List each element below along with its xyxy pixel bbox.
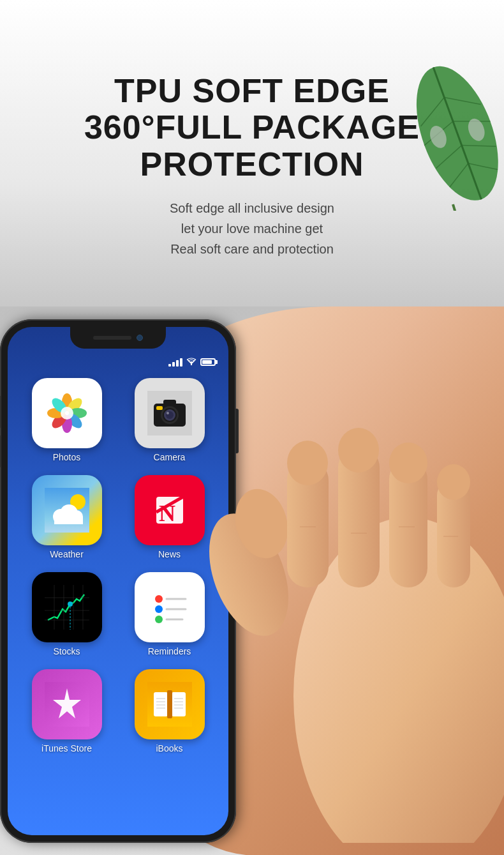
phone-outer: Photos bbox=[0, 319, 236, 843]
svg-point-80 bbox=[338, 428, 379, 473]
leaf-decoration bbox=[402, 32, 504, 211]
ibooks-app-icon bbox=[135, 669, 205, 739]
front-camera bbox=[137, 335, 143, 341]
itunes-label: iTunes Store bbox=[41, 743, 92, 753]
app-camera[interactable]: Camera bbox=[123, 378, 216, 462]
camera-label: Camera bbox=[154, 452, 186, 462]
phone-screen: Photos bbox=[8, 327, 228, 835]
wifi-icon bbox=[186, 357, 196, 367]
svg-point-32 bbox=[167, 412, 169, 414]
notch bbox=[70, 327, 166, 349]
app-stocks[interactable]: Stocks bbox=[20, 572, 113, 656]
app-itunes[interactable]: iTunes Store bbox=[20, 669, 113, 753]
svg-point-58 bbox=[155, 616, 163, 623]
svg-rect-64 bbox=[172, 692, 186, 716]
status-icons bbox=[168, 357, 216, 367]
speaker bbox=[93, 336, 131, 340]
reminders-app-icon bbox=[135, 572, 205, 642]
stocks-app-icon bbox=[32, 572, 102, 642]
svg-rect-38 bbox=[54, 517, 83, 524]
news-label: News bbox=[158, 549, 181, 559]
svg-point-56 bbox=[155, 605, 163, 613]
heading-tpu: TPU SOFT EDGE bbox=[114, 73, 390, 109]
status-bar bbox=[8, 352, 228, 372]
svg-point-23 bbox=[61, 407, 73, 420]
app-photos[interactable]: Photos bbox=[20, 378, 113, 462]
svg-point-51 bbox=[68, 602, 73, 607]
volume-down-button bbox=[0, 435, 1, 467]
app-grid: Photos bbox=[18, 378, 218, 753]
svg-point-82 bbox=[389, 443, 427, 483]
stocks-label: Stocks bbox=[53, 646, 80, 656]
weather-label: Weather bbox=[50, 549, 84, 559]
top-section: TPU SOFT EDGE 360°FULL PACKAGE PROTECTIO… bbox=[0, 0, 504, 306]
phone-frame: Photos bbox=[0, 319, 236, 843]
svg-point-13 bbox=[191, 364, 192, 365]
battery-icon bbox=[200, 358, 216, 366]
svg-rect-31 bbox=[163, 400, 176, 405]
photos-icon bbox=[32, 378, 102, 448]
svg-rect-65 bbox=[167, 690, 172, 718]
svg-rect-53 bbox=[147, 585, 192, 630]
weather-app-icon bbox=[32, 475, 102, 545]
app-ibooks[interactable]: iBooks bbox=[123, 669, 216, 753]
subtitle: Soft edge all inclusive design let your … bbox=[170, 198, 334, 259]
app-weather[interactable]: Weather bbox=[20, 475, 113, 559]
camera-icon bbox=[135, 378, 205, 448]
news-app-icon: N bbox=[135, 475, 205, 545]
svg-point-78 bbox=[287, 441, 328, 485]
itunes-app-icon bbox=[32, 669, 102, 739]
app-news[interactable]: N News bbox=[123, 475, 216, 559]
app-reminders[interactable]: Reminders bbox=[123, 572, 216, 656]
volume-up-button bbox=[0, 396, 1, 428]
svg-point-0 bbox=[402, 56, 504, 211]
svg-line-12 bbox=[453, 204, 463, 211]
reminders-label: Reminders bbox=[148, 646, 191, 656]
svg-rect-43 bbox=[45, 585, 89, 630]
phone-section: Photos bbox=[0, 306, 504, 855]
hand-overlay bbox=[204, 409, 504, 843]
photos-label: Photos bbox=[53, 452, 81, 462]
svg-point-84 bbox=[437, 464, 470, 500]
ibooks-label: iBooks bbox=[156, 743, 182, 753]
svg-point-54 bbox=[155, 595, 163, 603]
svg-rect-63 bbox=[154, 692, 168, 716]
signal-icon bbox=[168, 358, 182, 367]
svg-rect-30 bbox=[156, 406, 163, 410]
